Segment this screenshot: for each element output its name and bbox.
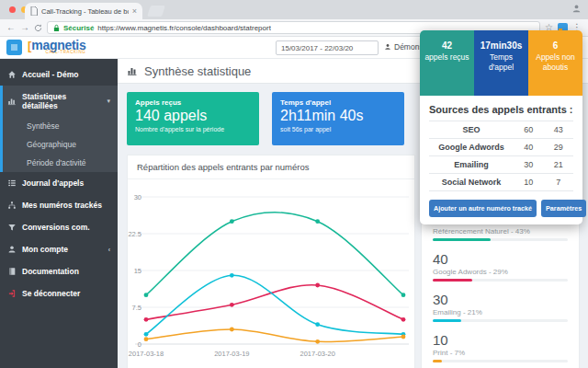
sidebar-toggle-button[interactable] (6, 40, 22, 55)
card-temps-appel: Temps d'appel 2h11min 40s soit 56s par a… (272, 92, 404, 145)
table-row: Emailing 30 21 (429, 156, 573, 174)
source-label: Print - 7% (433, 349, 568, 357)
sidebar-item-label: Journal d'appels (22, 178, 84, 188)
progress-bar (433, 238, 568, 241)
user-icon (7, 245, 17, 254)
bar-chart-icon (127, 65, 138, 76)
bar-chart-icon (7, 97, 17, 106)
popup-block-temps-appel: 17min30s Temps d'appel (474, 30, 528, 96)
user-icon (384, 43, 391, 51)
sidebar-item-periode-activite[interactable]: Période d'activité (3, 154, 118, 172)
svg-text:30: 30 (134, 193, 141, 201)
card-subtext: Nombre d'appels sur la période (135, 126, 251, 132)
table-row: Google Adwords 40 29 (429, 139, 573, 156)
source-name: Emailing (429, 160, 514, 169)
add-tracked-number-button[interactable]: Ajouter un autre numéro tracké (429, 200, 537, 217)
sidebar-item-journal[interactable]: Journal d'appels (0, 172, 118, 194)
svg-text:22.5: 22.5 (128, 230, 141, 238)
page-title: Synthèse statistique (144, 64, 251, 78)
svg-text:2017-03-20: 2017-03-20 (300, 350, 334, 358)
source-calls: 40 (514, 143, 543, 152)
home-icon (7, 70, 17, 79)
source-calls: 60 (514, 125, 543, 134)
chart-title: Répartition des appels entrants par numé… (128, 155, 414, 179)
sidebar-item-geographique[interactable]: Géographique (3, 135, 118, 154)
reload-icon[interactable] (34, 24, 42, 32)
table-row: SEO 60 43 (429, 121, 573, 139)
card-label: Temps d'appel (280, 98, 396, 107)
source-label: Emailing - 21% (433, 308, 568, 316)
sidebar-item-numeros-trackes[interactable]: Mes numéros trackés (0, 194, 118, 216)
chevron-down-icon: ▾ (107, 98, 110, 105)
sidebar-item-logout[interactable]: Se déconnecter (0, 282, 118, 305)
tracked-numbers-icon (7, 201, 17, 210)
popup-block-value: 42 (420, 40, 474, 51)
popup-block-label: Temps d'appel (474, 52, 528, 74)
chart-panel: Répartition des appels entrants par numé… (127, 155, 415, 368)
sidebar-item-label: Se déconnecter (22, 289, 80, 298)
date-range-input[interactable] (276, 40, 379, 55)
popup-block-label: Appels non aboutis (528, 52, 582, 74)
card-value: 140 appels (135, 108, 251, 124)
source-pct: 21 (544, 160, 573, 169)
sidebar-item-mon-compte[interactable]: Mon compte ‹ (0, 238, 118, 260)
sidebar-section-statistics: Statistiques détaillées ▾ Synthèse Géogr… (0, 86, 118, 172)
stat-cards: Appels reçus 140 appels Nombre d'appels … (127, 92, 404, 145)
card-value: 2h11min 40s (280, 108, 396, 124)
close-window-button[interactable] (9, 6, 16, 13)
settings-button[interactable]: Paramètres (541, 200, 586, 217)
popup-heading: Sources des appels entrants : (420, 96, 582, 121)
popup-block-non-aboutis: 6 Appels non aboutis (528, 30, 582, 96)
source-item: Référencement Naturel - 43% (433, 227, 568, 241)
logout-icon (7, 289, 17, 298)
calls-line-chart: 07.51522.5302017-03-182017-03-192017-03-… (128, 179, 414, 367)
tab-close-icon[interactable]: × (132, 7, 137, 16)
sidebar-item-statistics[interactable]: Statistiques détaillées ▾ (3, 86, 118, 117)
svg-text:0: 0 (138, 340, 141, 349)
book-icon (7, 267, 17, 276)
tab-title: Call-Tracking - Tableau de bor (41, 7, 129, 16)
source-name: Google Adwords (429, 143, 514, 152)
forward-icon[interactable]: → (20, 23, 29, 32)
lock-icon (53, 24, 60, 32)
source-item: 40 Google Adwords - 29% (433, 251, 568, 282)
popup-block-value: 6 (528, 40, 582, 51)
back-icon[interactable]: ← (6, 23, 16, 32)
browser-window: { "browser": { "tab_title": "Call-Tracki… (0, 0, 588, 368)
sidebar-item-label: Statistiques détaillées (22, 92, 101, 110)
chevron-left-icon: ‹ (108, 247, 110, 253)
browser-tab-strip: Call-Tracking - Tableau de bor × (0, 0, 588, 19)
card-label: Appels reçus (135, 98, 251, 107)
popup-actions: Ajouter un autre numéro tracké Paramètre… (429, 200, 573, 217)
popup-stat-blocks: 42 appels reçus 17min30s Temps d'appel 6… (420, 30, 582, 96)
sidebar-item-synthese[interactable]: Synthèse (3, 117, 118, 135)
source-label: Google Adwords - 29% (433, 268, 568, 276)
sidebar-item-home[interactable]: Accueil - Démo (0, 63, 118, 86)
svg-text:15: 15 (134, 267, 141, 275)
sidebar-item-label: Mon compte (22, 245, 68, 254)
browser-profile-icon[interactable] (571, 4, 582, 14)
new-tab-button[interactable] (147, 6, 165, 17)
source-pct: 43 (544, 125, 573, 134)
card-subtext: soit 56s par appel (280, 126, 396, 132)
magnetis-logo[interactable]: [magnetis CALL-TRACKING (28, 39, 85, 55)
source-item: 10 Print - 7% (433, 332, 568, 362)
card-appels-recus: Appels reçus 140 appels Nombre d'appels … (127, 92, 259, 145)
progress-bar (433, 319, 568, 322)
progress-bar (433, 360, 568, 362)
sidebar-item-label: Accueil - Démo (22, 70, 78, 79)
source-count: 30 (433, 292, 568, 307)
popup-sources-table: SEO 60 43 Google Adwords 40 29 Emailing … (429, 121, 573, 191)
progress-bar (433, 279, 568, 282)
browser-tab[interactable]: Call-Tracking - Tableau de bor × (25, 3, 142, 19)
extension-popup: 42 appels reçus 17min30s Temps d'appel 6… (420, 30, 582, 224)
sidebar-item-conversions[interactable]: Conversions com. (0, 216, 118, 238)
source-item: 30 Emailing - 21% (433, 292, 568, 322)
source-name: SEO (429, 125, 514, 134)
sidebar-item-documentation[interactable]: Documentation (0, 260, 118, 282)
popup-block-label: appels reçus (420, 52, 474, 63)
security-label: Sécurisé (63, 24, 94, 32)
source-calls: 10 (514, 178, 543, 187)
svg-text:2017-03-19: 2017-03-19 (214, 350, 249, 358)
sidebar-submenu: Synthèse Géographique Période d'activité (3, 117, 118, 172)
